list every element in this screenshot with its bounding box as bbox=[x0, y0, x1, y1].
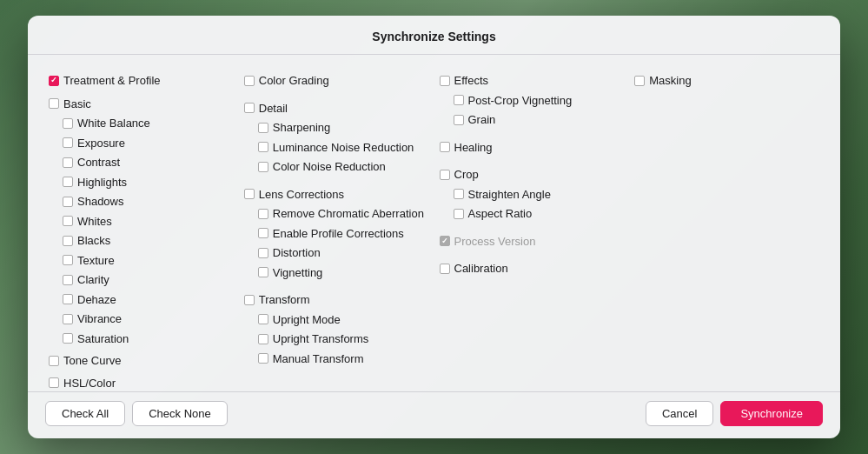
item-manual-transform[interactable]: Manual Transform bbox=[244, 351, 429, 368]
column-2: Color Grading Detail Sharpening Luminanc… bbox=[234, 69, 429, 381]
label-straighten-angle: Straighten Angle bbox=[468, 186, 551, 204]
item-calibration[interactable]: Calibration bbox=[440, 260, 625, 277]
checkbox-remove-ca[interactable] bbox=[258, 209, 268, 219]
cancel-button[interactable]: Cancel bbox=[646, 401, 713, 426]
checkbox-upright-mode[interactable] bbox=[258, 314, 268, 324]
item-texture[interactable]: Texture bbox=[49, 252, 234, 270]
checkbox-luminance-noise[interactable] bbox=[258, 142, 268, 152]
item-lens-corrections[interactable]: Lens Corrections bbox=[244, 186, 429, 204]
label-texture: Texture bbox=[77, 252, 115, 270]
item-crop[interactable]: Crop bbox=[440, 166, 625, 184]
item-process-version[interactable]: Process Version bbox=[440, 233, 625, 250]
item-color-noise[interactable]: Color Noise Reduction bbox=[244, 158, 429, 176]
checkbox-contrast[interactable] bbox=[63, 157, 73, 168]
checkbox-basic[interactable] bbox=[49, 98, 59, 109]
check-none-button[interactable]: Check None bbox=[132, 401, 228, 426]
item-saturation[interactable]: Saturation bbox=[49, 330, 234, 348]
checkbox-color-grading[interactable] bbox=[244, 76, 255, 86]
item-luminance-noise[interactable]: Luminance Noise Reduction bbox=[244, 139, 429, 157]
checkbox-tone-curve[interactable] bbox=[49, 356, 59, 366]
item-distortion[interactable]: Distortion bbox=[244, 244, 429, 262]
item-whites[interactable]: Whites bbox=[49, 213, 234, 230]
item-tone-curve[interactable]: Tone Curve bbox=[49, 352, 234, 370]
label-saturation: Saturation bbox=[77, 330, 129, 348]
label-clarity: Clarity bbox=[77, 271, 109, 289]
checkbox-saturation[interactable] bbox=[63, 333, 73, 344]
checkbox-transform[interactable] bbox=[244, 295, 255, 305]
item-masking[interactable]: Masking bbox=[634, 72, 819, 90]
checkbox-blacks[interactable] bbox=[63, 236, 73, 246]
item-enable-profile[interactable]: Enable Profile Corrections bbox=[244, 225, 429, 243]
label-transform: Transform bbox=[259, 291, 310, 309]
item-dehaze[interactable]: Dehaze bbox=[49, 291, 234, 309]
item-effects[interactable]: Effects bbox=[440, 72, 625, 90]
checkbox-texture[interactable] bbox=[63, 255, 73, 265]
checkbox-healing[interactable] bbox=[440, 142, 450, 152]
checkbox-straighten-angle[interactable] bbox=[454, 189, 464, 199]
checkbox-shadows[interactable] bbox=[63, 197, 73, 207]
label-process-version: Process Version bbox=[454, 233, 536, 250]
item-clarity[interactable]: Clarity bbox=[49, 271, 234, 289]
item-white-balance[interactable]: White Balance bbox=[49, 115, 234, 132]
checkbox-effects[interactable] bbox=[440, 76, 450, 86]
item-transform[interactable]: Transform bbox=[244, 291, 429, 309]
item-straighten-angle[interactable]: Straighten Angle bbox=[440, 186, 625, 204]
item-upright-mode[interactable]: Upright Mode bbox=[244, 311, 429, 329]
label-healing: Healing bbox=[454, 139, 493, 157]
checkbox-clarity[interactable] bbox=[63, 275, 73, 285]
checkbox-masking[interactable] bbox=[634, 76, 645, 86]
footer-left: Check All Check None bbox=[45, 401, 228, 426]
checkbox-exposure[interactable] bbox=[63, 137, 73, 148]
checkbox-white-balance[interactable] bbox=[63, 118, 73, 129]
checkbox-vibrance[interactable] bbox=[63, 314, 73, 324]
checkbox-detail[interactable] bbox=[244, 103, 255, 113]
checkbox-calibration[interactable] bbox=[440, 264, 450, 274]
checkbox-manual-transform[interactable] bbox=[258, 353, 268, 364]
checkbox-crop[interactable] bbox=[440, 170, 450, 180]
item-color-grading[interactable]: Color Grading bbox=[244, 72, 429, 90]
checkbox-vignetting[interactable] bbox=[258, 267, 268, 277]
column-1: Treatment & Profile Basic White Balance … bbox=[49, 69, 234, 381]
item-grain[interactable]: Grain bbox=[440, 111, 625, 129]
checkbox-lens-corrections[interactable] bbox=[244, 189, 255, 199]
item-exposure[interactable]: Exposure bbox=[49, 135, 234, 152]
item-hsl-color[interactable]: HSL/Color bbox=[49, 375, 234, 392]
item-shadows[interactable]: Shadows bbox=[49, 193, 234, 210]
item-vignetting[interactable]: Vignetting bbox=[244, 264, 429, 282]
label-color-noise: Color Noise Reduction bbox=[273, 158, 386, 176]
checkbox-sharpening[interactable] bbox=[258, 123, 268, 133]
checkbox-aspect-ratio[interactable] bbox=[454, 209, 464, 219]
item-highlights[interactable]: Highlights bbox=[49, 174, 234, 191]
check-all-button[interactable]: Check All bbox=[45, 401, 125, 426]
checkbox-color-noise[interactable] bbox=[258, 162, 268, 172]
item-blacks[interactable]: Blacks bbox=[49, 232, 234, 250]
checkbox-upright-transforms[interactable] bbox=[258, 334, 268, 344]
column-3: Effects Post-Crop Vignetting Grain Heali… bbox=[429, 69, 625, 381]
item-basic[interactable]: Basic bbox=[49, 96, 234, 113]
checkbox-enable-profile[interactable] bbox=[258, 228, 268, 238]
checkbox-highlights[interactable] bbox=[63, 177, 73, 187]
checkbox-grain[interactable] bbox=[454, 115, 464, 125]
checkbox-whites[interactable] bbox=[63, 216, 73, 226]
item-upright-transforms[interactable]: Upright Transforms bbox=[244, 330, 429, 348]
item-post-crop[interactable]: Post-Crop Vignetting bbox=[440, 92, 625, 110]
item-vibrance[interactable]: Vibrance bbox=[49, 310, 234, 328]
label-detail: Detail bbox=[259, 100, 288, 117]
item-contrast[interactable]: Contrast bbox=[49, 154, 234, 171]
synchronize-button[interactable]: Synchronize bbox=[720, 401, 823, 426]
item-sharpening[interactable]: Sharpening bbox=[244, 119, 429, 137]
dialog-body: Treatment & Profile Basic White Balance … bbox=[28, 55, 840, 391]
checkbox-dehaze[interactable] bbox=[63, 294, 73, 304]
item-treatment-profile[interactable]: Treatment & Profile bbox=[49, 72, 234, 90]
checkbox-process-version[interactable] bbox=[440, 236, 450, 246]
dialog-footer: Check All Check None Cancel Synchronize bbox=[28, 391, 840, 438]
item-remove-ca[interactable]: Remove Chromatic Aberration bbox=[244, 205, 429, 223]
item-detail[interactable]: Detail bbox=[244, 100, 429, 117]
column-4: Masking bbox=[624, 69, 819, 381]
checkbox-hsl-color[interactable] bbox=[49, 377, 59, 388]
item-healing[interactable]: Healing bbox=[440, 139, 625, 157]
checkbox-distortion[interactable] bbox=[258, 248, 268, 258]
checkbox-treatment-profile[interactable] bbox=[49, 76, 59, 86]
checkbox-post-crop[interactable] bbox=[454, 95, 464, 105]
item-aspect-ratio[interactable]: Aspect Ratio bbox=[440, 205, 625, 223]
